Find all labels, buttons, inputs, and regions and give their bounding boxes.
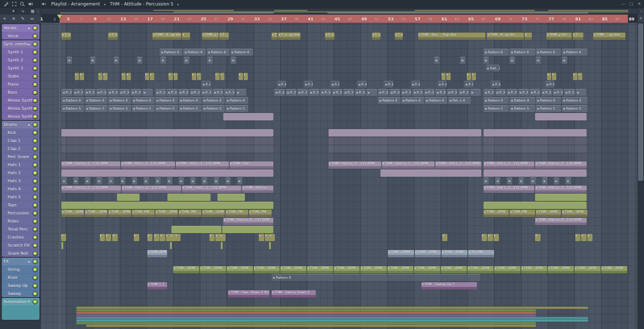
- pattern-clip[interactable]: ≣: [132, 177, 137, 185]
- pattern-clip[interactable]: ≣: [160, 57, 166, 64]
- sidebar-track-clap-1[interactable]: Clap 1: [2, 137, 39, 145]
- pattern-clip[interactable]: ≣P..3: [178, 89, 189, 96]
- audio-clip[interactable]: ⏵THM -..BPM: [61, 210, 84, 217]
- audio-clip[interactable]: ⏵THM - Hat L..1 - 131 BPM: [435, 161, 481, 169]
- pattern-clip[interactable]: ≣Pattern 5: [509, 105, 535, 112]
- pattern-clip[interactable]: ≣P..8: [411, 81, 420, 88]
- audio-stab-clip[interactable]: ⏵: [244, 73, 248, 80]
- audio-stab-clip[interactable]: ⏵: [220, 234, 226, 241]
- pattern-clip[interactable]: ≣P..3: [378, 89, 389, 96]
- pattern-clip[interactable]: ≣P..3: [201, 89, 212, 96]
- pattern-clip[interactable]: ≣: [190, 177, 196, 185]
- audio-clip[interactable]: ⏵THM -..BPM: [494, 266, 520, 273]
- audio-stab-clip[interactable]: ⏵: [103, 73, 107, 80]
- waveform-clip[interactable]: [222, 226, 274, 233]
- sidebar-track-percussion[interactable]: Percussion: [2, 209, 39, 217]
- group-header-drums[interactable]: Drums▲: [2, 121, 39, 129]
- audio-clip[interactable]: ⏵T..x: [108, 33, 117, 40]
- audio-stab-clip[interactable]: ⏵: [126, 73, 130, 80]
- sidebar-track-atmos-synth-3[interactable]: Atmos Synth 3: [2, 113, 39, 120]
- volume-speaker-icon[interactable]: [26, 1, 34, 7]
- audio-stab-clip[interactable]: ⏵: [270, 234, 275, 241]
- vertical-scrollbar[interactable]: ∧: [637, 15, 644, 329]
- mute-led[interactable]: [33, 171, 37, 175]
- pattern-clip[interactable]: ≣: [509, 57, 515, 64]
- pattern-clip[interactable]: ≣: [90, 57, 95, 64]
- waveform-clip[interactable]: [61, 169, 273, 177]
- pattern-clip[interactable]: ≣Pattern 5: [202, 105, 225, 112]
- audio-stab-clip[interactable]: ⏵: [160, 234, 165, 241]
- waveform-clip[interactable]: [329, 145, 482, 153]
- waveform-clip[interactable]: [484, 145, 587, 153]
- audio-clip[interactable]: ⏵THM - B..ap Vo›: [152, 33, 181, 40]
- pattern-clip[interactable]: ≣P..3: [343, 89, 354, 96]
- mute-led[interactable]: [33, 228, 37, 231]
- audio-stab-clip[interactable]: ⏵: [168, 73, 173, 80]
- audio-clip[interactable]: ⏵THM -..BPM: [575, 266, 601, 273]
- pattern-clip[interactable]: ≣Pattern 4: [425, 97, 447, 104]
- sidebar-track-bass[interactable]: Bass: [2, 89, 39, 97]
- width-tool-button[interactable]: ↔: [27, 16, 37, 21]
- pattern-clip[interactable]: ≣P..3: [119, 89, 130, 96]
- pattern-clip[interactable]: ≣P..3: [130, 89, 141, 96]
- pattern-clip[interactable]: ≣Pattern 6: [183, 49, 206, 56]
- loop-selection[interactable]: [60, 15, 628, 23]
- audio-clip[interactable]: ⏵THM - Sweep Up 7: [421, 282, 477, 289]
- mute-led[interactable]: [33, 75, 37, 78]
- waveform-clip[interactable]: [61, 129, 273, 137]
- pattern-clip[interactable]: ≣P..3: [435, 89, 446, 96]
- audio-clip[interactable]: ⏵THM -..BPM: [280, 266, 306, 273]
- audio-stab-clip[interactable]: ⏵: [552, 73, 556, 80]
- pattern-clip[interactable]: ≣Pattern 5: [562, 105, 587, 112]
- audio-clip[interactable]: ⏵THM - Swe..Down 2 #2: [228, 290, 269, 298]
- audio-clip[interactable]: ⏵THM -..BPM: [442, 250, 467, 257]
- automation-clip[interactable]: [76, 314, 536, 317]
- mute-led[interactable]: [33, 236, 37, 239]
- mute-led[interactable]: [33, 67, 37, 70]
- pattern-clip[interactable]: ≣Pattern 5: [108, 105, 131, 112]
- group-header-fx[interactable]: FX▲: [2, 258, 39, 266]
- mute-led[interactable]: [33, 212, 37, 215]
- waveform-clip[interactable]: [329, 153, 482, 161]
- pattern-clip[interactable]: ≣P..8: [277, 81, 286, 88]
- sidebar-track-sweep-up[interactable]: Sweep Up: [2, 282, 39, 290]
- pattern-clip[interactable]: ≣: [484, 57, 489, 64]
- pattern-clip[interactable]: ≣P..8: [330, 81, 340, 88]
- pattern-clip[interactable]: ≣P..3: [447, 89, 458, 96]
- pattern-clip[interactable]: ≣: [470, 89, 481, 96]
- pattern-clip[interactable]: ≣: [144, 177, 149, 185]
- audio-stab-clip[interactable]: ⏵: [581, 234, 587, 241]
- audio-clip[interactable]: ⏵THM..t_1: [147, 282, 167, 289]
- audio-clip[interactable]: ⏵THM -..BPM: [307, 266, 333, 273]
- audio-clip[interactable]: ⏵THM - Sweep Down 2: [272, 290, 316, 298]
- audio-clip[interactable]: ⏵THM -..BPM: [415, 250, 441, 257]
- pattern-clip[interactable]: ≣Pattern 5: [155, 105, 178, 112]
- audio-clip[interactable]: ⏵THM - Hat: [230, 161, 274, 169]
- audio-clip[interactable]: ⏵THM -..BPM: [108, 210, 131, 217]
- mute-led[interactable]: [33, 203, 37, 207]
- audio-clip[interactable]: ⏵THM - Hat L..2 - 132 BPM: [122, 186, 181, 193]
- sidebar-track-synth-1[interactable]: Synth 1: [2, 48, 39, 56]
- automation-clip[interactable]: [86, 325, 536, 327]
- audio-clip[interactable]: ⏵THM -..BPM: [521, 266, 547, 273]
- pattern-clip[interactable]: ≣P..3: [518, 89, 529, 96]
- mute-led[interactable]: [33, 195, 37, 199]
- pattern-clip[interactable]: ≣P..3: [458, 89, 469, 96]
- audio-clip[interactable]: ⏵THM - Hat Lo..2 - 132 BPM: [535, 186, 587, 193]
- horizontal-scrollbar-overview[interactable]: [41, 8, 637, 14]
- collapse-arrow-icon[interactable]: ▲: [28, 40, 30, 48]
- sidebar-track-piano[interactable]: Piano: [2, 81, 39, 89]
- sidebar-track-scratch-fill[interactable]: Scratch Fill: [2, 242, 39, 250]
- audio-clip[interactable]: ⏵T...: [219, 33, 228, 40]
- sidebar-track-hats-1[interactable]: Hats 1: [2, 161, 39, 169]
- pattern-clip[interactable]: ≣P..3: [73, 89, 84, 96]
- mute-led[interactable]: [33, 300, 37, 304]
- sidebar-track-stabs[interactable]: Stabs: [2, 72, 39, 81]
- pattern-clip[interactable]: ≣P..3: [389, 89, 400, 96]
- waveform-clip[interactable]: [61, 153, 273, 161]
- audio-stab-clip[interactable]: ⏵: [575, 234, 581, 241]
- audio-clip[interactable]: ⏵THM -..BPM: [601, 266, 627, 273]
- pattern-clip[interactable]: ≣P..3: [401, 89, 412, 96]
- audio-clip[interactable]: ⏵: [524, 33, 532, 40]
- pattern-clip[interactable]: ≣P..8: [437, 81, 447, 88]
